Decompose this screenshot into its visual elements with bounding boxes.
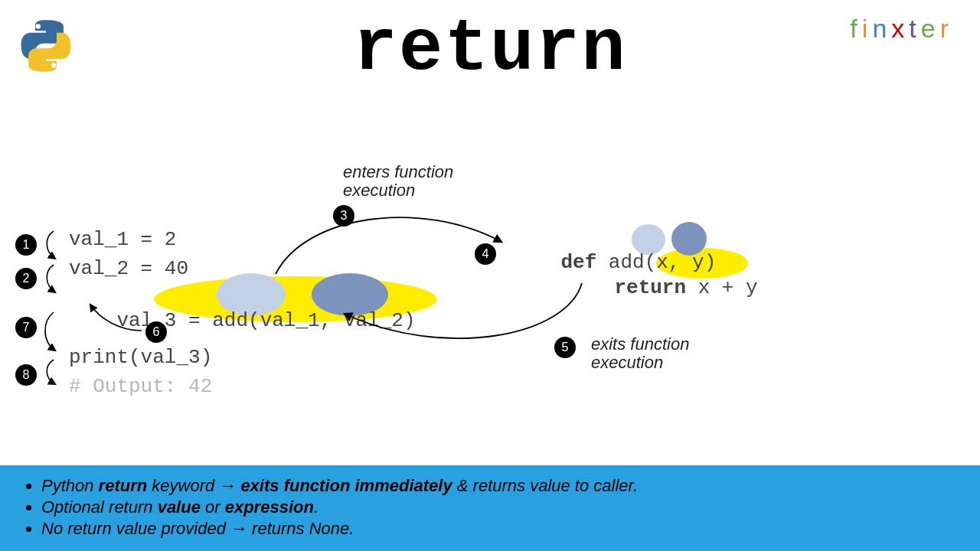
annotation-enter: enters functionexecution (343, 163, 453, 200)
step-badge-3: 3 (333, 205, 354, 227)
footer-bullet-1: Python return keyword → exits function i… (41, 476, 957, 496)
brand-letter: x (891, 14, 909, 43)
brand-letter: t (909, 14, 920, 43)
brand-letter: n (872, 14, 891, 43)
code-line-2: val_2 = 40 (69, 257, 188, 280)
step-badge-7: 7 (15, 317, 37, 338)
brand-logo: finxter (850, 14, 953, 44)
slide: { "title": "return", "brand": {"f":"f","… (0, 0, 980, 551)
step-badge-8: 8 (15, 364, 37, 386)
footer-summary: Python return keyword → exits function i… (0, 465, 980, 551)
brand-letter: r (940, 14, 953, 43)
footer-bullet-3: No return value provided → returns None. (41, 519, 957, 539)
code-line-3: val_3 = add(val_1, val_2) (69, 286, 416, 355)
code-line-4: print(val_3) (69, 346, 212, 369)
step-badge-5: 5 (554, 337, 576, 358)
footer-bullet-2: Optional return value or expression. (41, 497, 957, 517)
python-icon (19, 19, 73, 73)
step-badge-2: 2 (15, 268, 37, 289)
page-title: return (0, 8, 980, 91)
step-badge-4: 4 (475, 243, 496, 265)
code-line-5: # Output: 42 (69, 375, 212, 398)
brand-letter: e (921, 14, 940, 43)
return-keyword: return (614, 276, 686, 299)
step-badge-6: 6 (145, 321, 167, 343)
step-badge-1: 1 (15, 234, 37, 256)
code-call: add(val_1, val_2) (212, 309, 415, 332)
brand-letter: f (850, 14, 861, 43)
code-return-line: return x + y (567, 253, 758, 322)
return-expression: x + y (686, 276, 758, 299)
brand-letter: i (862, 14, 873, 43)
annotation-exit: exits functionexecution (591, 335, 689, 372)
code-line-1: val_1 = 2 (69, 228, 176, 251)
